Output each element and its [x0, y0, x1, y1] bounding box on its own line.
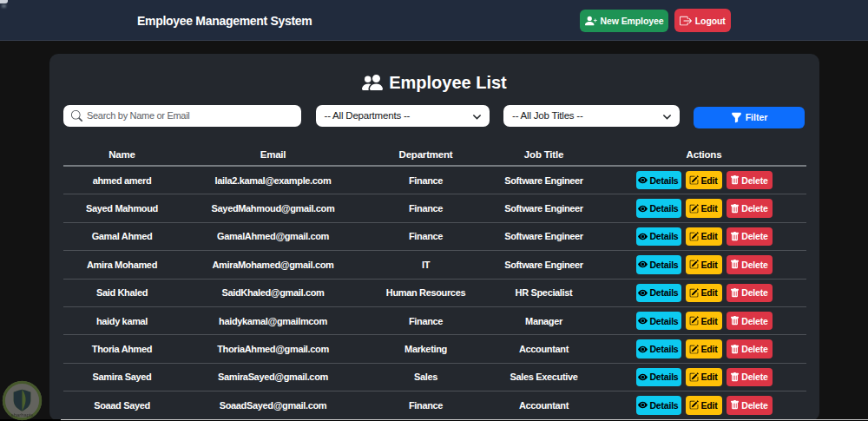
- svg-text:sharhapis: sharhapis: [11, 412, 33, 418]
